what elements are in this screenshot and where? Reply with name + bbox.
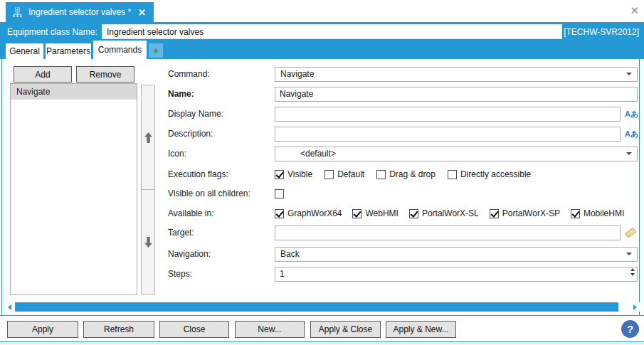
chevron-down-icon <box>626 73 632 75</box>
document-tab-strip: Ingredient selector valves * ✕ ✕ <box>0 0 644 22</box>
server-name-label: [TECHW-SVR2012] <box>564 27 639 37</box>
target-input[interactable] <box>275 225 621 240</box>
new-button[interactable]: New... <box>235 321 305 338</box>
close-button[interactable]: Close <box>159 321 229 338</box>
chevron-down-icon <box>626 253 632 255</box>
help-icon[interactable]: ? <box>621 320 639 338</box>
refresh-button[interactable]: Refresh <box>83 321 154 338</box>
equipment-class-name-input[interactable] <box>102 24 562 39</box>
checkbox-icon[interactable] <box>275 209 284 218</box>
checkbox-graphworx64[interactable]: GraphWorX64 <box>275 208 342 218</box>
checkbox-portalworx-sp[interactable]: PortalWorX-SP <box>490 208 560 218</box>
checkbox-icon[interactable] <box>376 170 386 179</box>
arrow-up-icon <box>144 132 153 144</box>
equipment-class-name-label: Equipment class Name: <box>7 27 97 37</box>
apply-button[interactable]: Apply <box>7 321 78 338</box>
checkbox-drag-drop[interactable]: Drag & drop <box>376 169 436 179</box>
window-close-icon[interactable]: ✕ <box>630 5 639 16</box>
apply-new-button[interactable]: Apply & New... <box>386 321 456 338</box>
remove-button[interactable]: Remove <box>76 66 134 83</box>
command-label: Command: <box>168 69 275 79</box>
reorder-strip <box>141 85 155 295</box>
visible-on-all-children-label: Visible on all children: <box>168 189 275 198</box>
checkbox-icon[interactable] <box>571 209 580 218</box>
execution-flags-label: Execution flags: <box>168 169 275 179</box>
tab-add-plus[interactable]: + <box>149 43 163 58</box>
tab-parameters[interactable]: Parameters <box>46 43 91 59</box>
add-button[interactable]: Add <box>14 66 72 83</box>
display-name-label: Display Name: <box>168 109 275 119</box>
checkbox-mobilehmi[interactable]: MobileHMI <box>571 208 624 218</box>
move-up-button[interactable] <box>141 85 155 190</box>
checkbox-directly-accessible[interactable]: Directly accessible <box>448 169 531 179</box>
checkbox-icon[interactable] <box>275 170 284 179</box>
checkbox-icon[interactable] <box>352 209 361 218</box>
asset-icon <box>12 7 23 18</box>
available-in-label: Available in: <box>168 208 275 218</box>
checkbox-icon[interactable] <box>409 209 418 218</box>
target-label: Target: <box>168 228 275 238</box>
navigation-value: Back <box>280 249 300 259</box>
window-bottom-edge <box>0 344 644 344</box>
visible-on-all-children-checkbox[interactable] <box>275 189 284 198</box>
spinner-buttons[interactable] <box>630 268 635 276</box>
command-value: Navigate <box>280 69 314 79</box>
localize-icon[interactable]: Aあ <box>625 129 638 139</box>
commands-list[interactable]: Navigate <box>10 83 137 295</box>
document-tab-close-icon[interactable]: ✕ <box>138 8 146 17</box>
checkbox-webhmi[interactable]: WebHMI <box>352 208 398 218</box>
header-band: Equipment class Name: [TECHW-SVR2012] Ge… <box>0 22 644 59</box>
description-input[interactable] <box>275 127 621 142</box>
move-down-button[interactable] <box>141 189 155 294</box>
execution-flags-group: Visible Default Drag & drop Directly acc… <box>275 169 531 179</box>
chevron-down-icon <box>626 152 632 155</box>
icon-dropdown[interactable]: <default> <box>275 147 638 161</box>
available-in-group: GraphWorX64 WebHMI PortalWorX-SL PortalW… <box>275 208 624 218</box>
name-label: Name: <box>168 89 275 99</box>
icon-label: Icon: <box>168 149 275 159</box>
tag-icon[interactable] <box>624 226 637 239</box>
footer-button-bar: Apply Refresh Close New... Apply & Close… <box>0 315 644 342</box>
steps-label: Steps: <box>168 269 275 279</box>
scrollbar-thumb[interactable] <box>15 302 618 312</box>
tab-general[interactable]: General <box>6 43 43 59</box>
scroll-left-icon[interactable] <box>8 304 11 310</box>
horizontal-scrollbar[interactable] <box>2 302 640 312</box>
display-name-input[interactable] <box>275 107 621 122</box>
spinner-down-icon[interactable] <box>630 273 635 276</box>
checkbox-icon[interactable] <box>490 209 499 218</box>
spinner-up-icon[interactable] <box>630 268 635 271</box>
name-input[interactable] <box>275 87 638 102</box>
description-label: Description: <box>168 129 275 139</box>
icon-value: <default> <box>280 149 336 159</box>
equipment-class-editor-window: Ingredient selector valves * ✕ ✕ Equipme… <box>0 0 644 345</box>
arrow-down-icon <box>144 236 153 248</box>
localize-icon[interactable]: Aあ <box>625 109 638 120</box>
document-tab[interactable]: Ingredient selector valves * ✕ <box>6 2 154 22</box>
list-item-navigate[interactable]: Navigate <box>11 84 137 100</box>
command-dropdown[interactable]: Navigate <box>275 67 638 82</box>
checkbox-default[interactable]: Default <box>324 169 364 179</box>
checkbox-icon[interactable] <box>324 170 334 179</box>
document-tab-title: Ingredient selector valves * <box>28 7 131 17</box>
apply-close-button[interactable]: Apply & Close <box>310 321 381 338</box>
navigation-dropdown[interactable]: Back <box>275 247 638 262</box>
commands-tab-content: Add Remove Navigate Command: Navigate <box>1 59 640 315</box>
checkbox-portalworx-sl[interactable]: PortalWorX-SL <box>409 208 479 218</box>
steps-stepper <box>275 267 638 282</box>
steps-input[interactable] <box>275 267 638 282</box>
tab-commands[interactable]: Commands <box>93 41 147 59</box>
checkbox-icon[interactable] <box>448 170 457 179</box>
checkbox-visible[interactable]: Visible <box>275 169 312 179</box>
scroll-right-icon[interactable] <box>633 304 637 310</box>
navigation-label: Navigation: <box>168 249 275 259</box>
